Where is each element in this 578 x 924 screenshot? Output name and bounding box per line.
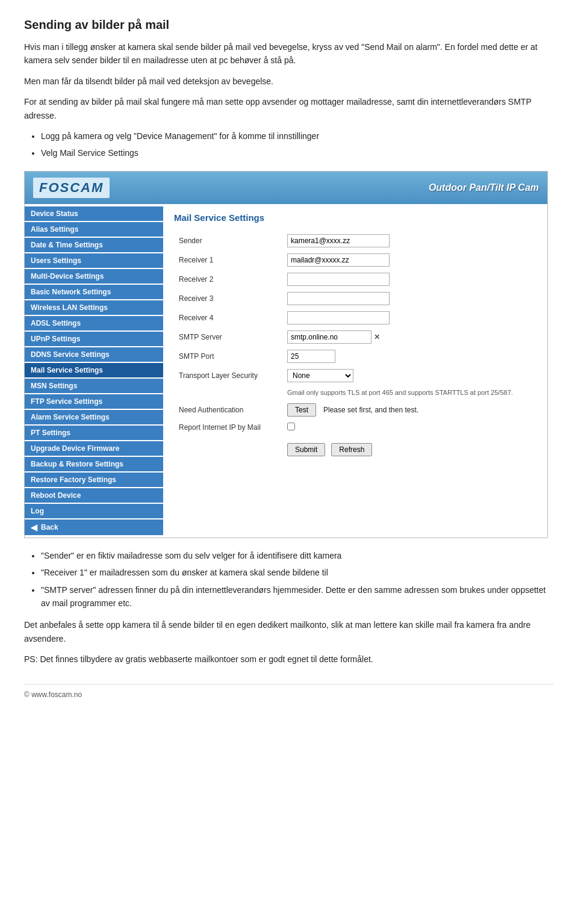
smtp-port-row: SMTP Port <box>174 347 536 366</box>
smtp-port-label: SMTP Port <box>174 347 282 366</box>
sidebar: Device Status Alias Settings Date & Time… <box>25 204 163 538</box>
receiver3-value <box>282 289 536 308</box>
copyright-text: © www.foscam.no <box>24 690 82 699</box>
tls-select[interactable]: None TLS STARTTLS <box>287 369 353 382</box>
refresh-button[interactable]: Refresh <box>331 443 372 456</box>
sidebar-item-alias-settings[interactable]: Alias Settings <box>25 222 163 237</box>
receiver4-row: Receiver 4 <box>174 308 536 327</box>
main-panel: Mail Service Settings Sender Receiver 1 <box>163 204 547 538</box>
receiver3-row: Receiver 3 <box>174 289 536 308</box>
sidebar-item-ddns[interactable]: DDNS Service Settings <box>25 347 163 362</box>
report-ip-label: Report Internet IP by Mail <box>174 420 282 435</box>
paragraph-2: Men man får da tilsendt bilder på mail v… <box>24 75 554 88</box>
smtp-server-clear-button[interactable]: ✕ <box>374 333 380 341</box>
bullets-after: "Sender" er en fiktiv mailadresse som du… <box>41 549 554 610</box>
sidebar-item-basic-network[interactable]: Basic Network Settings <box>25 285 163 299</box>
receiver4-value <box>282 308 536 327</box>
tls-label: Transport Layer Security <box>174 366 282 385</box>
back-label: Back <box>41 523 58 532</box>
sidebar-item-upnp[interactable]: UPnP Settings <box>25 332 163 346</box>
sidebar-item-restore-factory[interactable]: Restore Factory Settings <box>25 473 163 487</box>
sender-value <box>282 231 536 250</box>
bullets-before: Logg på kamera og velg "Device Managemen… <box>41 129 554 160</box>
settings-form: Sender Receiver 1 Receiver 2 <box>174 231 536 462</box>
sidebar-item-pt[interactable]: PT Settings <box>25 426 163 440</box>
back-arrow-icon: ◀ <box>31 522 37 532</box>
device-screenshot: FOSCAM Outdoor Pan/Tilt IP Cam Device St… <box>24 171 548 538</box>
footer: © www.foscam.no <box>24 684 554 699</box>
sidebar-item-mail-service[interactable]: Mail Service Settings <box>25 363 163 377</box>
sidebar-item-date-time[interactable]: Date & Time Settings <box>25 238 163 252</box>
device-body: Device Status Alias Settings Date & Time… <box>25 204 547 538</box>
page-heading: Sending av bilder på mail <box>24 18 554 32</box>
form-action-buttons: Submit Refresh <box>287 438 532 459</box>
receiver4-input[interactable] <box>287 311 390 324</box>
auth-row: Need Authentication Test Please set firs… <box>174 400 536 420</box>
receiver2-input[interactable] <box>287 273 390 286</box>
bullet-before-1: Velg Mail Service Settings <box>41 146 554 160</box>
receiver4-label: Receiver 4 <box>174 308 282 327</box>
smtp-server-label: SMTP Server <box>174 327 282 347</box>
report-ip-row: Report Internet IP by Mail <box>174 420 536 435</box>
sidebar-item-adsl[interactable]: ADSL Settings <box>25 316 163 330</box>
sender-input[interactable] <box>287 234 390 247</box>
test-hint-text: Please set first, and then test. <box>323 406 418 414</box>
device-header: FOSCAM Outdoor Pan/Tilt IP Cam <box>25 172 547 204</box>
sidebar-item-log[interactable]: Log <box>25 504 163 518</box>
sidebar-item-wireless-lan[interactable]: Wireless LAN Settings <box>25 300 163 315</box>
sender-row: Sender <box>174 231 536 250</box>
submit-button[interactable]: Submit <box>287 443 325 456</box>
receiver1-input[interactable] <box>287 253 390 267</box>
tls-hint-text: Gmail only supports TLS at port 465 and … <box>287 389 513 396</box>
report-ip-value <box>282 420 536 435</box>
sidebar-item-ftp[interactable]: FTP Service Settings <box>25 394 163 409</box>
smtp-port-value <box>282 347 536 366</box>
hint-row: Gmail only supports TLS at port 465 and … <box>174 385 536 400</box>
paragraph-after-1: Det anbefales å sette opp kamera til å s… <box>24 618 554 645</box>
device-cam-title: Outdoor Pan/Tilt IP Cam <box>429 182 539 193</box>
sidebar-item-msn[interactable]: MSN Settings <box>25 379 163 393</box>
bullet-after-1: "Receiver 1" er mailadressen som du ønsk… <box>41 566 554 579</box>
sidebar-item-backup-restore[interactable]: Backup & Restore Settings <box>25 457 163 471</box>
hint-text-cell: Gmail only supports TLS at port 465 and … <box>282 385 536 400</box>
auth-label: Need Authentication <box>174 400 282 420</box>
receiver2-label: Receiver 2 <box>174 270 282 289</box>
auth-controls: Test Please set first, and then test. <box>287 403 532 417</box>
receiver1-value <box>282 250 536 270</box>
receiver1-row: Receiver 1 <box>174 250 536 270</box>
smtp-server-value: ✕ <box>282 327 536 347</box>
sidebar-item-device-status[interactable]: Device Status <box>25 206 163 221</box>
sidebar-item-alarm[interactable]: Alarm Service Settings <box>25 410 163 424</box>
smtp-server-input-group: ✕ <box>287 330 532 344</box>
bullet-after-2: "SMTP server" adressen finner du på din … <box>41 583 554 610</box>
device-logo: FOSCAM <box>33 178 110 198</box>
sidebar-item-upgrade-firmware[interactable]: Upgrade Device Firmware <box>25 441 163 456</box>
sidebar-item-users-settings[interactable]: Users Settings <box>25 253 163 268</box>
smtp-server-input[interactable] <box>287 330 371 344</box>
main-panel-title: Mail Service Settings <box>174 212 536 223</box>
report-ip-checkbox[interactable] <box>287 423 295 430</box>
paragraph-after-2: PS: Det finnes tilbydere av gratis webba… <box>24 653 554 666</box>
paragraph-1: Hvis man i tillegg ønsker at kamera skal… <box>24 40 554 67</box>
paragraph-3: For at sending av bilder på mail skal fu… <box>24 95 554 122</box>
tls-row: Transport Layer Security None TLS STARTT… <box>174 366 536 385</box>
receiver2-row: Receiver 2 <box>174 270 536 289</box>
sidebar-back-button[interactable]: ◀ Back <box>25 519 163 535</box>
sender-label: Sender <box>174 231 282 250</box>
hint-empty <box>174 385 282 400</box>
action-row: Submit Refresh <box>174 435 536 462</box>
receiver1-label: Receiver 1 <box>174 250 282 270</box>
receiver3-label: Receiver 3 <box>174 289 282 308</box>
action-buttons: Submit Refresh <box>282 435 536 462</box>
sidebar-item-multi-device[interactable]: Multi-Device Settings <box>25 269 163 284</box>
auth-value: Test Please set first, and then test. <box>282 400 536 420</box>
bullet-before-0: Logg på kamera og velg "Device Managemen… <box>41 129 554 143</box>
smtp-server-row: SMTP Server ✕ <box>174 327 536 347</box>
receiver2-value <box>282 270 536 289</box>
test-button[interactable]: Test <box>287 403 316 417</box>
smtp-port-input[interactable] <box>287 350 335 363</box>
action-empty <box>174 435 282 462</box>
sidebar-item-reboot[interactable]: Reboot Device <box>25 488 163 503</box>
tls-value: None TLS STARTTLS <box>282 366 536 385</box>
receiver3-input[interactable] <box>287 292 390 305</box>
